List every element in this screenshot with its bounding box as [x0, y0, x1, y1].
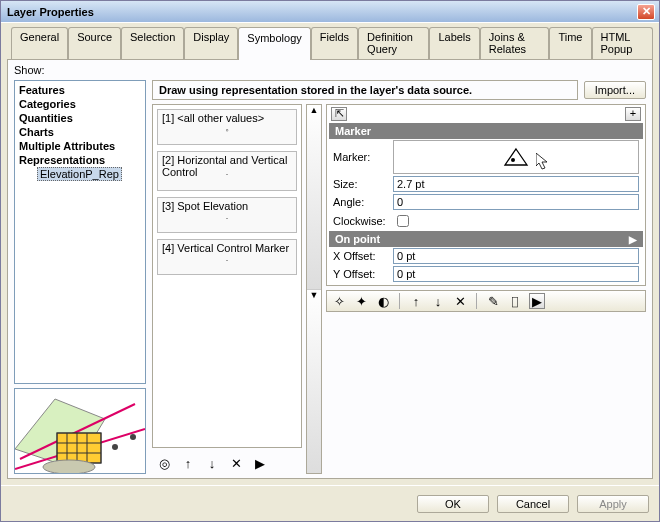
layer-preview: [14, 388, 146, 474]
pencil-icon[interactable]: ✎: [485, 293, 501, 309]
move-up-icon[interactable]: ↑: [408, 293, 424, 309]
window-title: Layer Properties: [7, 6, 94, 18]
tree-node-representations[interactable]: Representations: [19, 153, 141, 167]
move-down-icon[interactable]: ↓: [204, 455, 220, 471]
tab-source[interactable]: Source: [68, 27, 121, 59]
dialog-footer: OK Cancel Apply: [1, 485, 659, 521]
rule-label: [2] Horizontal and Vertical Control: [162, 154, 287, 178]
angle-input[interactable]: [393, 194, 639, 210]
description-text: Draw using representation stored in the …: [152, 80, 578, 100]
chevron-right-icon[interactable]: ▶: [629, 234, 637, 245]
marker-preview[interactable]: [393, 140, 639, 174]
svg-rect-3: [57, 433, 101, 463]
clockwise-label: Clockwise:: [333, 215, 391, 227]
apply-button[interactable]: Apply: [577, 495, 649, 513]
target-icon[interactable]: ◎: [156, 455, 172, 471]
tree-child-elevationp-rep[interactable]: ElevationP_Rep: [37, 167, 122, 181]
svg-marker-15: [536, 153, 547, 169]
tab-panel: Show: Features Categories Quantities Cha…: [7, 59, 653, 479]
rule-item[interactable]: [2] Horizontal and Vertical Control ·: [157, 151, 297, 191]
svg-point-12: [130, 434, 136, 440]
y-offset-label: Y Offset:: [333, 268, 391, 280]
move-down-icon[interactable]: ↓: [430, 293, 446, 309]
tree-node-charts[interactable]: Charts: [19, 125, 141, 139]
marker-label: Marker:: [333, 151, 391, 163]
tab-time[interactable]: Time: [549, 27, 591, 59]
cylinder-icon[interactable]: ⌷: [507, 293, 523, 309]
preview-illustration-icon: [15, 389, 146, 474]
marker-header-label: Marker: [335, 125, 371, 137]
scroll-up-icon[interactable]: ▲: [307, 105, 321, 290]
tab-labels[interactable]: Labels: [429, 27, 479, 59]
tab-fields[interactable]: Fields: [311, 27, 358, 59]
svg-point-14: [511, 158, 515, 162]
onpoint-header-label: On point: [335, 233, 380, 245]
rule-item[interactable]: [4] Vertical Control Marker ·: [157, 239, 297, 275]
rule-item[interactable]: [3] Spot Elevation ·: [157, 197, 297, 233]
tab-selection[interactable]: Selection: [121, 27, 184, 59]
delete-icon[interactable]: ✕: [452, 293, 468, 309]
add-fill-icon[interactable]: ◐: [375, 293, 391, 309]
svg-point-11: [112, 444, 118, 450]
close-button[interactable]: ✕: [637, 4, 655, 20]
add-symbol-icon[interactable]: ✧: [331, 293, 347, 309]
rule-scroll[interactable]: ▲ ▼: [306, 104, 322, 474]
add-layer-icon[interactable]: +: [625, 107, 641, 121]
marker-row: Marker:: [329, 139, 643, 175]
tree-node-features[interactable]: Features: [19, 83, 141, 97]
svg-marker-13: [505, 149, 527, 165]
tab-display[interactable]: Display: [184, 27, 238, 59]
rule-label: [1] <all other values>: [162, 112, 264, 124]
rule-toolbar: ◎ ↑ ↓ ✕ ▶: [152, 452, 302, 474]
cancel-button[interactable]: Cancel: [497, 495, 569, 513]
angle-label: Angle:: [333, 196, 391, 208]
rule-symbol-icon: ·: [226, 169, 229, 179]
size-label: Size:: [333, 178, 391, 190]
rule-list[interactable]: [1] <all other values> ◦ [2] Horizontal …: [152, 104, 302, 448]
cursor-icon: [536, 153, 550, 171]
import-button[interactable]: Import...: [584, 81, 646, 99]
onpoint-section-header[interactable]: On point ▶: [329, 231, 643, 247]
tree-node-quantities[interactable]: Quantities: [19, 111, 141, 125]
tab-joins-relates[interactable]: Joins & Relates: [480, 27, 550, 59]
move-up-icon[interactable]: ↑: [180, 455, 196, 471]
play-icon[interactable]: ▶: [252, 455, 268, 471]
marker-section-header[interactable]: Marker: [329, 123, 643, 139]
tab-general[interactable]: General: [11, 27, 68, 59]
tab-html-popup[interactable]: HTML Popup: [592, 27, 654, 59]
marker-triangle-icon: [501, 145, 531, 169]
layer-symbol-toolbar: ✧ ✦ ◐ ↑ ↓ ✕ ✎ ⌷ ▶: [326, 290, 646, 312]
rule-symbol-icon: ◦: [225, 125, 228, 135]
x-offset-label: X Offset:: [333, 250, 391, 262]
tree-node-multiple-attributes[interactable]: Multiple Attributes: [19, 139, 141, 153]
scroll-down-icon[interactable]: ▼: [307, 290, 321, 474]
rule-symbol-icon: ·: [226, 255, 229, 265]
tree-node-categories[interactable]: Categories: [19, 97, 141, 111]
show-tree[interactable]: Features Categories Quantities Charts Mu…: [14, 80, 146, 384]
x-offset-input[interactable]: [393, 248, 639, 264]
delete-icon[interactable]: ✕: [228, 455, 244, 471]
add-stroke-icon[interactable]: ✦: [353, 293, 369, 309]
show-label: Show:: [14, 64, 646, 76]
y-offset-input[interactable]: [393, 266, 639, 282]
rule-symbol-icon: ·: [226, 213, 229, 223]
svg-point-10: [43, 460, 95, 474]
rule-label: [4] Vertical Control Marker: [162, 242, 289, 254]
tab-bar: General Source Selection Display Symbolo…: [11, 27, 653, 59]
rule-label: [3] Spot Elevation: [162, 200, 248, 212]
tab-definition-query[interactable]: Definition Query: [358, 27, 429, 59]
size-input[interactable]: [393, 176, 639, 192]
pin-icon[interactable]: ⇱: [331, 107, 347, 121]
ok-button[interactable]: OK: [417, 495, 489, 513]
clockwise-checkbox[interactable]: [397, 215, 409, 227]
property-panel: ⇱ + Marker Marker:: [326, 104, 646, 286]
tab-symbology[interactable]: Symbology: [238, 27, 310, 60]
titlebar: Layer Properties ✕: [1, 1, 659, 23]
rule-item[interactable]: [1] <all other values> ◦: [157, 109, 297, 145]
play-icon[interactable]: ▶: [529, 293, 545, 309]
